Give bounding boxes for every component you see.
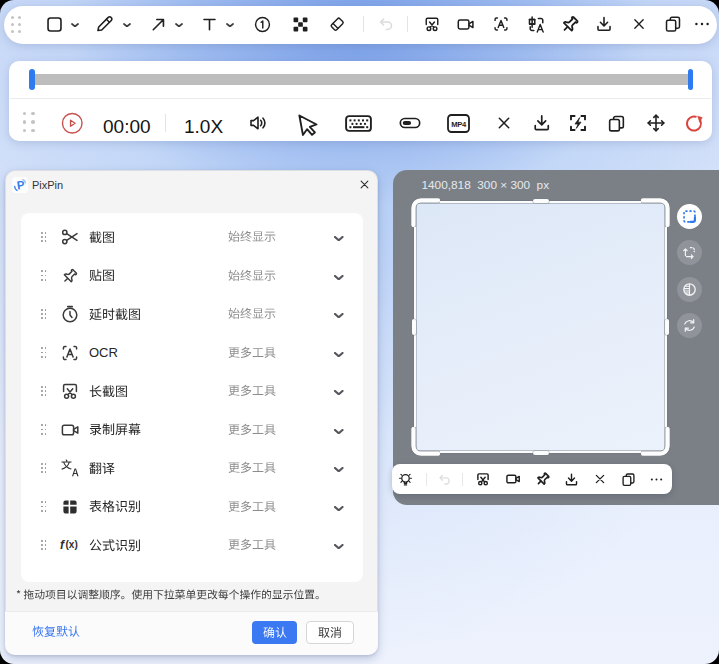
svg-text:MP4: MP4 bbox=[451, 119, 467, 128]
